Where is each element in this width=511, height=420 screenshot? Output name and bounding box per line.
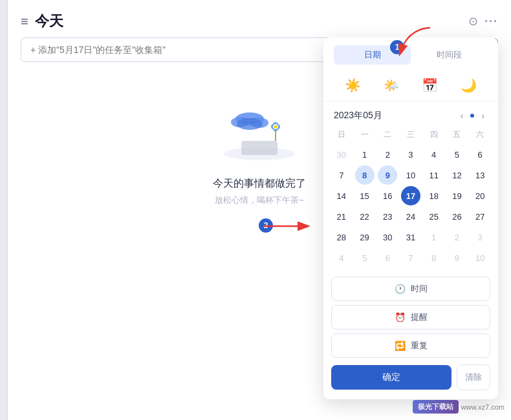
calendar-day[interactable]: 4 bbox=[424, 145, 444, 164]
timeline-icon[interactable]: ⊙ bbox=[468, 14, 478, 28]
annotation-circle-1: 1 bbox=[390, 40, 404, 54]
calendar-tabs: 日期 时间段 bbox=[323, 37, 498, 70]
main-content: ≡ 今天 ⊙ ··· 📅 下周三 ▼ bbox=[8, 0, 511, 420]
calendar-day[interactable]: 5 bbox=[355, 248, 375, 268]
calendar-day[interactable]: 27 bbox=[470, 207, 490, 226]
svg-rect-1 bbox=[241, 141, 277, 155]
calendar-day[interactable]: 15 bbox=[355, 186, 375, 205]
calendar-actions: 🕐 时间 ⏰ 提醒 🔁 重复 bbox=[323, 271, 498, 361]
prev-month-button[interactable]: ‹ bbox=[457, 109, 467, 122]
center-main-text: 今天的事情都做完了 bbox=[213, 177, 306, 191]
calendar-day[interactable]: 7 bbox=[401, 248, 420, 268]
calendar-day[interactable]: 24 bbox=[401, 207, 420, 226]
calendar-day[interactable]: 4 bbox=[332, 248, 351, 268]
clock-icon: 🕐 bbox=[395, 284, 406, 294]
calendar-day[interactable]: 30 bbox=[378, 227, 397, 247]
calendar-day[interactable]: 9 bbox=[378, 165, 397, 185]
calendar-day[interactable]: 2 bbox=[378, 145, 397, 164]
calendar-day[interactable]: 19 bbox=[447, 186, 466, 205]
confirm-button[interactable]: 确定 bbox=[331, 365, 451, 390]
calendar-day[interactable]: 18 bbox=[424, 186, 444, 205]
watermark: 极光下载站 www.xz7.com bbox=[413, 400, 505, 414]
calendar-day[interactable]: 10 bbox=[470, 248, 490, 268]
repeat-icon: 🔁 bbox=[395, 341, 406, 351]
weekday-thu: 四 bbox=[422, 127, 446, 142]
remind-button-label: 提醒 bbox=[411, 311, 428, 323]
calendar-day[interactable]: 3 bbox=[401, 145, 420, 164]
menu-icon[interactable]: ≡ bbox=[21, 14, 28, 29]
svg-point-14 bbox=[274, 125, 277, 129]
remind-action-button[interactable]: ⏰ 提醒 bbox=[331, 305, 490, 330]
night-icon[interactable]: 🌙 bbox=[455, 75, 482, 96]
illustration bbox=[214, 94, 305, 165]
weekday-headers: 日 一 二 三 四 五 六 bbox=[323, 125, 498, 143]
calendar-day[interactable]: 6 bbox=[470, 145, 490, 164]
header-left: ≡ 今天 bbox=[21, 12, 63, 31]
weekday-sun: 日 bbox=[330, 127, 353, 142]
watermark-badge: 极光下载站 bbox=[413, 400, 459, 414]
more-icon[interactable]: ··· bbox=[484, 15, 498, 28]
header-icons: ⊙ ··· bbox=[468, 14, 498, 28]
custom-icon[interactable]: 📅 bbox=[417, 75, 443, 96]
calendar-day[interactable]: 12 bbox=[447, 165, 466, 185]
calendar-day[interactable]: 26 bbox=[447, 207, 466, 226]
repeat-action-button[interactable]: 🔁 重复 bbox=[331, 333, 490, 358]
calendar-days-grid: 3012345678910111213141516171819202122232… bbox=[323, 143, 498, 271]
calendar-day[interactable]: 25 bbox=[424, 207, 444, 226]
calendar-day[interactable]: 1 bbox=[355, 145, 375, 164]
repeat-button-label: 重复 bbox=[411, 340, 428, 352]
calendar-popup: 日期 时间段 ☀️ 🌤️ 📅 🌙 2023年05月 ‹ › 日 一 二 三 四 bbox=[323, 37, 498, 399]
next-month-button[interactable]: › bbox=[478, 109, 488, 122]
weekday-sat: 六 bbox=[468, 127, 492, 142]
afternoon-icon[interactable]: 🌤️ bbox=[378, 75, 405, 96]
calendar-day[interactable]: 20 bbox=[470, 186, 490, 205]
calendar-day[interactable]: 9 bbox=[447, 248, 466, 268]
calendar-day[interactable]: 16 bbox=[378, 186, 397, 205]
center-sub-text: 放松心情，喝杯下午茶~ bbox=[215, 194, 304, 206]
calendar-confirm-row: 确定 清除 bbox=[323, 361, 498, 390]
weekday-fri: 五 bbox=[446, 127, 469, 142]
svg-point-5 bbox=[237, 118, 263, 130]
weekday-wed: 三 bbox=[399, 127, 422, 142]
time-of-day-row: ☀️ 🌤️ 📅 🌙 bbox=[323, 70, 498, 101]
calendar-day[interactable]: 2 bbox=[447, 227, 466, 247]
calendar-day[interactable]: 23 bbox=[378, 207, 397, 226]
calendar-day[interactable]: 8 bbox=[424, 248, 444, 268]
month-title: 2023年05月 bbox=[334, 110, 382, 121]
calendar-day[interactable]: 11 bbox=[424, 165, 444, 185]
calendar-day[interactable]: 28 bbox=[332, 227, 351, 247]
tab-timerange[interactable]: 时间段 bbox=[411, 45, 488, 65]
alarm-icon: ⏰ bbox=[395, 312, 406, 322]
weekday-mon: 一 bbox=[353, 127, 376, 142]
calendar-day[interactable]: 14 bbox=[332, 186, 351, 205]
calendar-day[interactable]: 13 bbox=[470, 165, 490, 185]
calendar-day[interactable]: 31 bbox=[401, 227, 420, 247]
calendar-month-header: 2023年05月 ‹ › bbox=[323, 104, 498, 125]
calendar-day[interactable]: 29 bbox=[355, 227, 375, 247]
calendar-day[interactable]: 3 bbox=[470, 227, 490, 247]
morning-icon[interactable]: ☀️ bbox=[340, 75, 366, 96]
calendar-day[interactable]: 1 bbox=[424, 227, 444, 247]
clear-button[interactable]: 清除 bbox=[457, 364, 490, 390]
calendar-day[interactable]: 10 bbox=[401, 165, 420, 185]
time-action-button[interactable]: 🕐 时间 bbox=[331, 277, 490, 301]
calendar-day[interactable]: 8 bbox=[355, 165, 375, 185]
annotation-circle-2: 2 bbox=[259, 218, 273, 233]
page-title: 今天 bbox=[35, 12, 63, 31]
calendar-day[interactable]: 22 bbox=[355, 207, 375, 226]
calendar-nav: ‹ › bbox=[457, 109, 488, 122]
calendar-day[interactable]: 6 bbox=[378, 248, 397, 268]
calendar-day[interactable]: 30 bbox=[332, 145, 351, 164]
calendar-day[interactable]: 7 bbox=[332, 165, 351, 185]
watermark-url: www.xz7.com bbox=[461, 403, 505, 411]
header: ≡ 今天 ⊙ ··· bbox=[8, 0, 511, 37]
calendar-day[interactable]: 21 bbox=[332, 207, 351, 226]
sidebar-strip bbox=[0, 0, 8, 420]
calendar-day[interactable]: 5 bbox=[447, 145, 466, 164]
weekday-tue: 二 bbox=[376, 127, 399, 142]
time-button-label: 时间 bbox=[411, 283, 428, 295]
today-dot bbox=[470, 114, 474, 118]
calendar-day[interactable]: 17 bbox=[401, 186, 420, 205]
